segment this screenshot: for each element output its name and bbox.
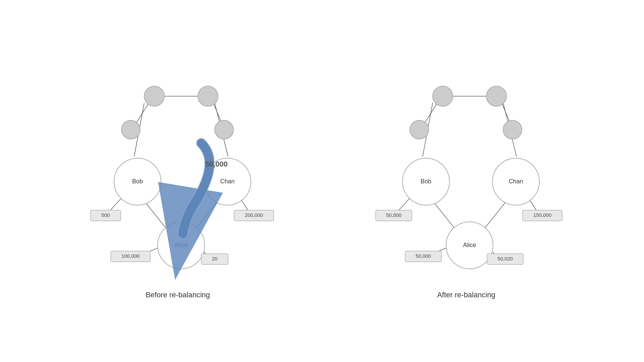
before-label: Before re-balancing xyxy=(146,291,210,299)
after-alice-right-value: 50,020 xyxy=(497,256,513,261)
before-alice-label: Alice xyxy=(174,242,187,248)
before-diagram: Bob Chan Alice 500 100,000 200,000 20 xyxy=(67,63,288,299)
after-gray-node-3 xyxy=(410,120,429,139)
main-container: Bob Chan Alice 500 100,000 200,000 20 xyxy=(0,0,644,362)
before-bob-label: Bob xyxy=(132,178,143,185)
after-bob-left-value: 50,500 xyxy=(386,212,401,218)
after-bob-bottom-value: 50,000 xyxy=(416,253,431,259)
after-gray-node-2 xyxy=(486,86,506,106)
after-chan-right-value: 150,000 xyxy=(533,212,551,218)
before-flow-arrow-fg xyxy=(183,143,210,234)
after-diagram: Bob Chan Alice 50,500 50,000 150,000 50,… xyxy=(356,63,577,299)
gray-node-3 xyxy=(121,120,140,139)
before-alice-right-value: 20 xyxy=(212,256,218,261)
after-alice-label: Alice xyxy=(463,242,476,248)
gray-node-2 xyxy=(198,86,218,106)
after-label: After re-balancing xyxy=(437,291,495,299)
gray-node-1 xyxy=(144,86,164,106)
before-bob-bottom-value: 100,000 xyxy=(121,253,140,259)
before-arrow-amount: 50,000 xyxy=(205,160,227,168)
after-gray-node-4 xyxy=(503,120,522,139)
gray-node-4 xyxy=(215,120,233,139)
after-chan-label: Chan xyxy=(508,178,523,185)
before-chan-label: Chan xyxy=(220,178,234,185)
after-gray-node-1 xyxy=(433,86,453,106)
after-bob-label: Bob xyxy=(421,178,431,185)
before-bob-left-value: 500 xyxy=(101,212,110,218)
before-chan-right-value: 200,000 xyxy=(245,212,263,218)
